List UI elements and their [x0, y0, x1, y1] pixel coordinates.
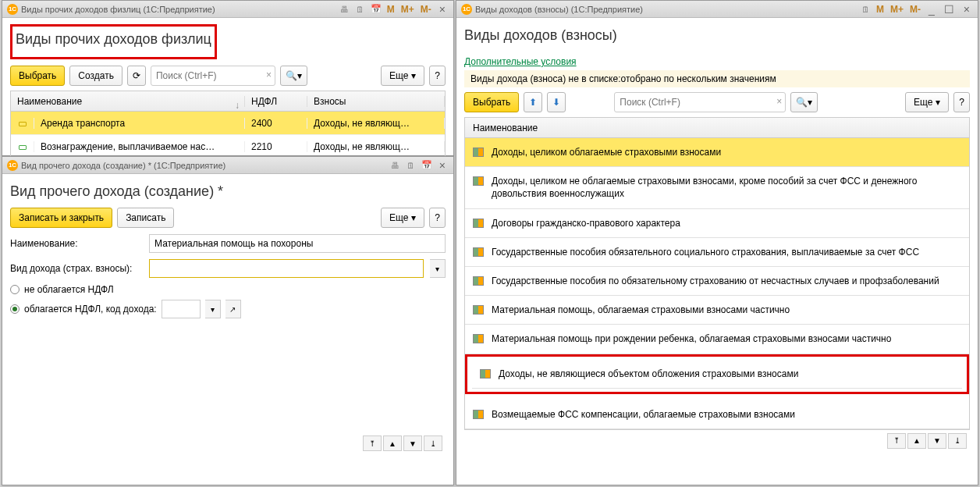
- radio-not-taxed[interactable]: [10, 285, 20, 294]
- help-button[interactable]: ?: [953, 92, 970, 112]
- col-name[interactable]: Наименование↓: [11, 96, 245, 107]
- close-icon[interactable]: ×: [436, 159, 449, 172]
- refresh-button[interactable]: ⟳: [127, 66, 146, 86]
- calendar-icon[interactable]: 🗓: [354, 3, 367, 16]
- minimize-icon[interactable]: _: [925, 3, 938, 16]
- window-income-types: 1C Виды прочих доходов физлиц (1С:Предпр…: [2, 0, 454, 156]
- close-icon[interactable]: ×: [960, 3, 973, 16]
- titlebar[interactable]: 1C Виды прочих доходов физлиц (1С:Предпр…: [2, 1, 453, 18]
- list-item[interactable]: Доходы, не являющиеся объектом обложения…: [472, 360, 962, 389]
- window-title: Виды доходов (взносы) (1С:Предприятие): [475, 5, 643, 14]
- ndfl-code-open[interactable]: ↗: [225, 300, 241, 318]
- window-title: Виды прочих доходов физлиц (1С:Предприят…: [21, 5, 215, 14]
- item-icon: [473, 276, 484, 286]
- print-icon[interactable]: 🖶: [389, 159, 402, 172]
- titlebar[interactable]: 1C Виды доходов (взносы) (1С:Предприятие…: [456, 1, 978, 18]
- close-icon[interactable]: ×: [436, 3, 449, 16]
- calendar31-icon[interactable]: 📅: [421, 159, 433, 172]
- list-item[interactable]: Государственные пособия по обязательному…: [465, 267, 969, 296]
- row-icon: [19, 145, 27, 150]
- list-item[interactable]: Возмещаемые ФСС компенсации, облагаемые …: [465, 400, 969, 429]
- list-item[interactable]: Государственные пособия обязательного со…: [465, 238, 969, 267]
- scroll-bottom-icon[interactable]: ⤓: [948, 433, 967, 449]
- save-button[interactable]: Записать: [117, 208, 174, 228]
- m-plus-button[interactable]: M+: [889, 4, 905, 15]
- print-icon[interactable]: 🖶: [339, 3, 351, 16]
- toolbar: Выбрать Создать ⟳ × 🔍▾ Еще ▾ ?: [10, 66, 446, 86]
- search-button[interactable]: 🔍▾: [790, 92, 818, 112]
- m-button[interactable]: M: [385, 4, 396, 15]
- list-header[interactable]: Наименование: [465, 118, 969, 138]
- scroll-top-icon[interactable]: ⤒: [887, 433, 906, 449]
- table-row[interactable]: Аренда транспорта2400Доходы, не являющ…: [11, 112, 445, 135]
- cell-ndfl: 2400: [245, 118, 307, 129]
- search-button[interactable]: 🔍▾: [280, 66, 307, 86]
- radio-taxed-label: облагается НДФЛ, код дохода:: [24, 304, 157, 315]
- more-button[interactable]: Еще ▾: [381, 208, 424, 228]
- scroll-down-icon[interactable]: ▼: [928, 433, 946, 449]
- contrib-type-label: Вид дохода (страх. взносы):: [10, 263, 143, 274]
- name-input[interactable]: [149, 234, 446, 253]
- m-button[interactable]: M: [875, 4, 886, 15]
- scroll-bottom-icon[interactable]: ⤓: [424, 435, 442, 451]
- titlebar[interactable]: 1C Вид прочего дохода (создание) * (1С:П…: [2, 157, 453, 174]
- cell-contrib: Доходы, не являющ…: [307, 118, 445, 129]
- move-up-button[interactable]: ⬆: [524, 92, 542, 112]
- cell-name: Аренда транспорта: [34, 118, 245, 129]
- highlight-title-box: Виды прочих доходов физлиц: [10, 24, 217, 59]
- search-clear-icon[interactable]: ×: [266, 69, 272, 80]
- search-input[interactable]: [151, 66, 275, 86]
- save-close-button[interactable]: Записать и закрыть: [10, 208, 112, 228]
- list-item[interactable]: Материальная помощь, облагаемая страховы…: [465, 296, 969, 325]
- app-logo-icon: 1C: [7, 160, 18, 171]
- help-button[interactable]: ?: [429, 208, 446, 228]
- list-item[interactable]: Доходы, целиком не облагаемые страховыми…: [465, 167, 969, 208]
- radio-not-taxed-label: не облагается НДФЛ: [24, 284, 114, 295]
- extra-conditions-link[interactable]: Дополнительные условия: [464, 56, 577, 67]
- calendar-icon[interactable]: 🗓: [405, 159, 417, 172]
- app-logo-icon: 1C: [7, 4, 18, 15]
- scroll-up-icon[interactable]: ▲: [907, 433, 926, 449]
- dropdown-button[interactable]: ▾: [430, 259, 446, 278]
- select-button[interactable]: Выбрать: [10, 66, 65, 86]
- search-clear-icon[interactable]: ×: [776, 96, 782, 107]
- calendar31-icon[interactable]: 📅: [370, 3, 382, 16]
- window-income-type-create: 1C Вид прочего дохода (создание) * (1С:П…: [2, 156, 454, 485]
- contrib-type-input[interactable]: [149, 259, 424, 278]
- calendar-icon[interactable]: 🗓: [859, 3, 872, 16]
- scroll-up-icon[interactable]: ▲: [383, 435, 402, 451]
- move-down-button[interactable]: ⬇: [547, 92, 566, 112]
- radio-taxed[interactable]: [10, 304, 20, 314]
- item-icon: [473, 176, 484, 186]
- table-row[interactable]: Вознаграждение, выплачиваемое нас…2210До…: [11, 135, 445, 158]
- list-item[interactable]: Доходы, целиком облагаемые страховыми вз…: [465, 138, 969, 167]
- help-button[interactable]: ?: [429, 66, 446, 86]
- scroll-down-icon[interactable]: ▼: [403, 435, 422, 451]
- ndfl-code-dropdown[interactable]: ▾: [205, 300, 221, 318]
- col-contrib[interactable]: Взносы: [307, 96, 445, 107]
- ndfl-code-input[interactable]: [162, 300, 201, 318]
- window-contrib-types: 1C Виды доходов (взносы) (1С:Предприятие…: [456, 0, 978, 485]
- search-input[interactable]: [614, 92, 786, 112]
- select-button[interactable]: Выбрать: [464, 92, 519, 112]
- more-button[interactable]: Еще ▾: [381, 66, 424, 86]
- m-minus-button[interactable]: M-: [908, 4, 922, 15]
- cell-name: Вознаграждение, выплачиваемое нас…: [34, 141, 245, 152]
- page-title: Вид прочего дохода (создание) *: [10, 183, 446, 200]
- col-ndfl[interactable]: НДФЛ: [245, 96, 307, 107]
- more-button[interactable]: Еще ▾: [905, 92, 949, 112]
- item-text: Договоры гражданско-правового характера: [492, 217, 961, 229]
- item-icon: [473, 410, 484, 419]
- m-plus-button[interactable]: M+: [399, 4, 416, 15]
- table-header: Наименование↓ НДФЛ Взносы: [11, 91, 445, 112]
- contrib-type-list: Наименование Доходы, целиком облагаемые …: [464, 117, 970, 430]
- window-title: Вид прочего дохода (создание) * (1С:Пред…: [21, 161, 225, 170]
- scroll-top-icon[interactable]: ⤒: [363, 435, 382, 451]
- m-minus-button[interactable]: M-: [419, 4, 433, 15]
- list-item[interactable]: Материальная помощь при рождении ребенка…: [465, 325, 969, 354]
- create-button[interactable]: Создать: [69, 66, 123, 86]
- sort-icon: ↓: [235, 100, 240, 111]
- list-item[interactable]: Договоры гражданско-правового характера: [465, 209, 969, 238]
- page-title: Виды прочих доходов физлиц: [16, 31, 211, 48]
- maximize-icon[interactable]: ☐: [941, 3, 957, 16]
